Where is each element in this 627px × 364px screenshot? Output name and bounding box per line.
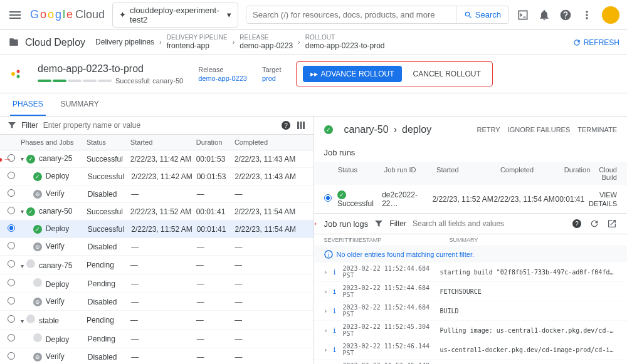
help-icon[interactable]: ?	[281, 120, 291, 130]
tab-summary[interactable]: SUMMARY	[58, 93, 102, 116]
hamburger-icon[interactable]	[8, 8, 23, 23]
radio-icon[interactable]	[8, 224, 15, 232]
advance-rollout-button[interactable]: ▸▸ ADVANCE ROLLOUT	[303, 66, 401, 82]
severity-icon[interactable]: i	[333, 269, 343, 276]
svg-text:?: ?	[284, 122, 288, 129]
target-link[interactable]: prod	[262, 75, 282, 82]
terminate-button[interactable]: TERMINATE	[577, 126, 617, 133]
phase-name: Verify	[46, 352, 65, 361]
radio-icon[interactable]	[8, 172, 15, 179]
table-row[interactable]: ▾stable Pending — — —	[0, 311, 314, 330]
log-row[interactable]: › i 2023-02-22 11:52:46.148 PST 3c6ffb29…	[314, 360, 628, 364]
status-icon: ✓	[33, 225, 42, 234]
radio-icon[interactable]	[8, 315, 15, 323]
cloud-shell-icon[interactable]	[517, 9, 529, 21]
cancel-rollout-button[interactable]: CANCEL ROLLOUT	[408, 66, 486, 82]
chevron-right-icon[interactable]: ›	[324, 346, 333, 353]
info-banner: i No older entries found matching curren…	[314, 246, 628, 263]
radio-icon[interactable]	[8, 352, 15, 360]
table-row[interactable]: ✓Deploy Successful 2/22/23, 11:52 AM 00:…	[0, 221, 314, 238]
table-row[interactable]: ⊖Verify Disabled — — —	[0, 293, 314, 311]
status-icon	[33, 333, 42, 342]
check-icon: ✓	[324, 125, 333, 134]
project-picker[interactable]: ✦clouddeploy-experiment-test2▾	[112, 3, 238, 28]
notifications-icon[interactable]	[538, 9, 551, 21]
radio-icon[interactable]	[8, 334, 15, 341]
more-icon[interactable]	[581, 9, 593, 21]
status-icon: ⊖	[33, 242, 42, 251]
breadcrumb-item[interactable]: DELIVERY PIPELINEfrontend-app	[167, 34, 228, 50]
rollout-status: Successful: canary-50	[115, 77, 183, 85]
chevron-right-icon[interactable]: ›	[324, 288, 333, 295]
breadcrumb-item: ROLLOUTdemo-app-0223-to-prod	[305, 34, 385, 50]
filter-input[interactable]	[43, 121, 276, 130]
log-row[interactable]: › i 2023-02-22 11:52:46.144 PST us-centr…	[314, 340, 628, 360]
severity-icon[interactable]: i	[333, 346, 343, 353]
radio-icon[interactable]	[324, 194, 332, 202]
log-filter-input[interactable]	[413, 219, 566, 228]
ignore-failures-button[interactable]: IGNORE FAILURES	[508, 126, 571, 133]
logo: Google Cloud	[30, 8, 105, 21]
refresh-button[interactable]: REFRESH	[572, 38, 619, 47]
table-row[interactable]: Deploy Pending — — —	[0, 274, 314, 293]
log-row[interactable]: › i 2023-02-22 11:52:45.304 PST Pulling …	[314, 321, 628, 340]
radio-icon[interactable]	[8, 297, 15, 304]
avatar[interactable]	[602, 6, 619, 24]
open-icon[interactable]	[607, 219, 617, 229]
table-row[interactable]: ▾canary-75 Pending — — —	[0, 256, 314, 274]
table-row[interactable]: ⊖Verify Disabled — — —	[0, 238, 314, 256]
status-icon: ⊖	[33, 190, 42, 199]
table-row[interactable]: ⊖Verify Disabled — — —	[0, 348, 314, 364]
breadcrumb-item[interactable]: Delivery pipelines	[95, 38, 154, 46]
rollout-icon	[10, 68, 23, 80]
log-row[interactable]: › i 2023-02-22 11:52:44.684 PST BUILD	[314, 301, 628, 321]
radio-icon[interactable]	[8, 189, 15, 197]
phase-name: Deploy	[46, 280, 69, 289]
status-icon: ⊖	[33, 353, 42, 361]
log-row[interactable]: › i 2023-02-22 11:52:44.684 PST FETCHSOU…	[314, 282, 628, 301]
svg-text:i: i	[328, 252, 329, 258]
radio-icon[interactable]	[8, 242, 15, 249]
status-icon: ⊖	[33, 298, 42, 306]
table-row[interactable]: ✓Deploy Successful 2/22/23, 11:42 AM 00:…	[0, 168, 314, 185]
severity-icon[interactable]: i	[333, 288, 343, 295]
job-runs-heading: Job runs	[314, 143, 628, 162]
status-icon	[26, 259, 35, 268]
status-icon	[26, 315, 35, 323]
chevron-right-icon[interactable]: ›	[324, 327, 333, 334]
breadcrumb-item[interactable]: RELEASEdemo-app-0223	[240, 34, 293, 50]
release-link[interactable]: demo-app-0223	[198, 75, 247, 82]
retry-button[interactable]: RETRY	[477, 126, 500, 133]
table-row[interactable]: ●→ ▾✓canary-25 Successful 2/22/23, 11:42…	[0, 150, 314, 168]
table-row[interactable]: ⊖Verify Disabled — — —	[0, 185, 314, 203]
phase-name: Verify	[46, 297, 65, 306]
phase-name: Deploy	[46, 335, 69, 344]
search-button[interactable]: Search	[456, 6, 508, 23]
table-row[interactable]: ▾✓canary-50 Successful 2/22/23, 11:52 AM…	[0, 203, 314, 221]
table-row[interactable]: Deploy Pending — — —	[0, 330, 314, 348]
tab-phases[interactable]: PHASES	[10, 93, 46, 116]
chevron-right-icon[interactable]: ›	[324, 308, 333, 315]
columns-icon[interactable]	[296, 120, 306, 130]
phase-name: Verify	[46, 242, 65, 251]
view-details-link[interactable]: VIEW DETAILS	[589, 191, 617, 207]
svg-point-1	[17, 70, 20, 73]
refresh-icon[interactable]	[589, 219, 599, 229]
search-input[interactable]	[246, 6, 456, 23]
job-run-row[interactable]: ✓Successful de2c2022-22… 2/22/23, 11:52 …	[314, 185, 628, 213]
phase-name: canary-50	[39, 207, 72, 216]
severity-icon[interactable]: i	[333, 327, 343, 334]
phase-name: canary-75	[39, 261, 72, 270]
chevron-right-icon[interactable]: ›	[324, 269, 333, 276]
radio-icon[interactable]	[8, 279, 15, 286]
detail-title: canary-50 › deploy	[344, 124, 432, 135]
logs-title: Job run logs	[324, 219, 369, 229]
help-icon[interactable]: ?	[572, 219, 582, 229]
severity-icon[interactable]: i	[333, 308, 343, 315]
phase-name: stable	[39, 316, 59, 325]
radio-icon[interactable]	[8, 207, 15, 214]
log-row[interactable]: › i 2023-02-22 11:52:44.684 PST starting…	[314, 263, 628, 282]
status-icon: ✓	[33, 172, 42, 181]
help-icon[interactable]	[559, 9, 572, 21]
radio-icon[interactable]	[8, 260, 15, 268]
